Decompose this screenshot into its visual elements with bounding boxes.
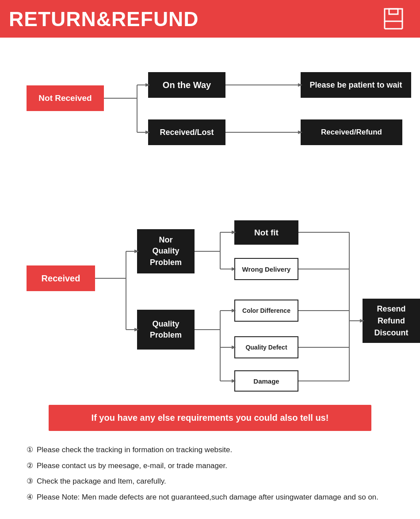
svg-rect-0 bbox=[385, 9, 402, 21]
quality-problem-box: Quality Problem bbox=[137, 310, 195, 350]
top-flowchart: Not Received On the Way Please be patien… bbox=[13, 46, 407, 161]
svg-rect-1 bbox=[389, 9, 398, 14]
not-received-box: Not Received bbox=[27, 85, 104, 111]
header-icon bbox=[376, 7, 407, 31]
list-num-1: ① bbox=[27, 444, 33, 456]
bottom-flowchart: Received Nor Quality Problem Quality Pro… bbox=[13, 179, 407, 392]
nor-quality-box: Nor Quality Problem bbox=[137, 229, 195, 273]
list-text-1: Please check the tracking in formation o… bbox=[37, 444, 232, 456]
received-lost-box: Received/Lost bbox=[148, 119, 225, 145]
list-item-3: ③ Check the package and Item, carefully. bbox=[27, 476, 393, 487]
list-item-4: ④ Please Note: Men made defects are not … bbox=[27, 492, 393, 503]
color-difference-box: Color Difference bbox=[234, 300, 298, 322]
list-text-2: Please contact us by meesage, e-mail, or… bbox=[37, 460, 227, 472]
footer-banner: If you have any else requirements you co… bbox=[49, 405, 371, 431]
list-text-3: Check the package and Item, carefully. bbox=[37, 476, 166, 487]
wrong-delivery-box: Wrong Delivery bbox=[234, 258, 298, 280]
list-text-4: Please Note: Men made defects are not gu… bbox=[37, 492, 378, 503]
page-title: RETURN&REFUND bbox=[9, 7, 199, 31]
quality-defect-box: Quality Defect bbox=[234, 336, 298, 358]
received-box: Received bbox=[27, 265, 95, 291]
not-fit-box: Not fit bbox=[234, 220, 298, 245]
please-wait-box: Please be patient to wait bbox=[301, 72, 411, 98]
list-num-3: ③ bbox=[27, 476, 33, 487]
page-header: RETURN&REFUND bbox=[0, 0, 420, 38]
list-item-1: ① Please check the tracking in formation… bbox=[27, 444, 393, 456]
on-the-way-box: On the Way bbox=[148, 72, 225, 98]
list-num-4: ④ bbox=[27, 492, 33, 503]
damage-box: Damage bbox=[234, 370, 298, 392]
received-refund-box: Received/Refund bbox=[301, 119, 402, 145]
list-num-2: ② bbox=[27, 460, 33, 472]
list-item-2: ② Please contact us by meesage, e-mail, … bbox=[27, 460, 393, 472]
numbered-list: ① Please check the tracking in formation… bbox=[13, 444, 407, 503]
resend-refund-box: Resend Refund Discount bbox=[363, 299, 420, 343]
main-content: Not Received On the Way Please be patien… bbox=[0, 38, 420, 516]
